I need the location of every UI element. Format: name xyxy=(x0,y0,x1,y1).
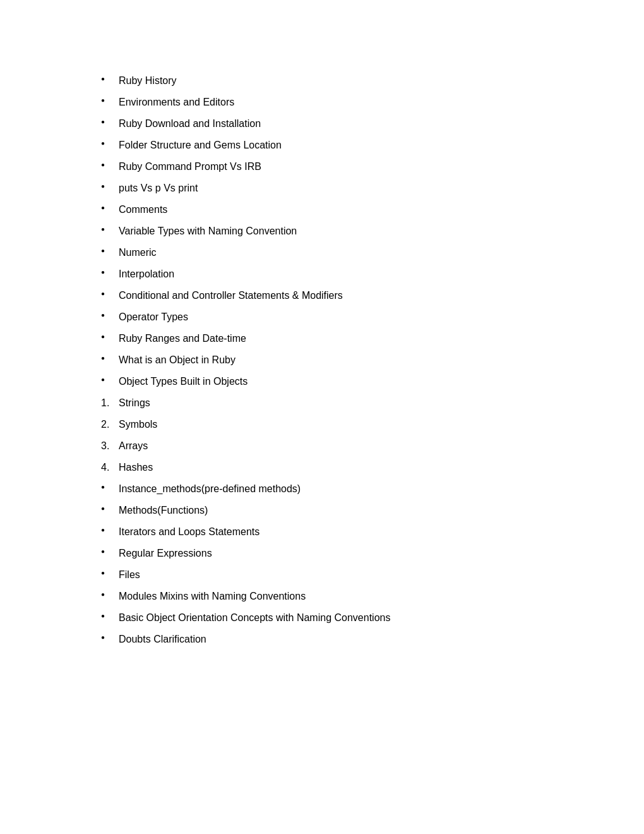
list-item: Ruby History xyxy=(101,73,581,88)
list-item: What is an Object in Ruby xyxy=(101,353,581,368)
list-item: 4.Hashes xyxy=(101,460,581,475)
list-number: 4. xyxy=(101,460,109,475)
list-item: Comments xyxy=(101,202,581,217)
list-item: Modules Mixins with Naming Conventions xyxy=(101,589,581,604)
ordered-list: 1.Strings2.Symbols3.Arrays4.Hashes xyxy=(101,396,581,475)
list-item: puts Vs p Vs print xyxy=(101,181,581,196)
list-item: Operator Types xyxy=(101,310,581,325)
list-item: Methods(Functions) xyxy=(101,503,581,518)
list-item: Files xyxy=(101,567,581,583)
list-item: Ruby Download and Installation xyxy=(101,116,581,131)
list-item: Doubts Clarification xyxy=(101,632,581,647)
list-item: Object Types Built in Objects xyxy=(101,374,581,389)
list-item: Regular Expressions xyxy=(101,546,581,561)
list-number: 1. xyxy=(101,396,109,411)
list-item: Variable Types with Naming Convention xyxy=(101,224,581,239)
list-item: 1.Strings xyxy=(101,396,581,411)
list-item: 2.Symbols xyxy=(101,417,581,432)
list-item: Basic Object Orientation Concepts with N… xyxy=(101,610,581,626)
list-item: Iterators and Loops Statements xyxy=(101,524,581,540)
list-item: Conditional and Controller Statements & … xyxy=(101,288,581,303)
list-item: Ruby Ranges and Date-time xyxy=(101,331,581,346)
bullet-list-after: Instance_methods(pre-defined methods)Met… xyxy=(101,481,581,647)
list-item: Numeric xyxy=(101,245,581,260)
list-item: Interpolation xyxy=(101,267,581,282)
list-number: 2. xyxy=(101,417,109,432)
list-number: 3. xyxy=(101,438,109,454)
page: Ruby HistoryEnvironments and EditorsRuby… xyxy=(0,0,644,704)
list-item: Ruby Command Prompt Vs IRB xyxy=(101,159,581,174)
list-item: Folder Structure and Gems Location xyxy=(101,138,581,153)
list-item: Instance_methods(pre-defined methods) xyxy=(101,481,581,497)
list-item: 3.Arrays xyxy=(101,438,581,454)
list-item: Environments and Editors xyxy=(101,95,581,110)
bullet-list-before: Ruby HistoryEnvironments and EditorsRuby… xyxy=(101,73,581,389)
